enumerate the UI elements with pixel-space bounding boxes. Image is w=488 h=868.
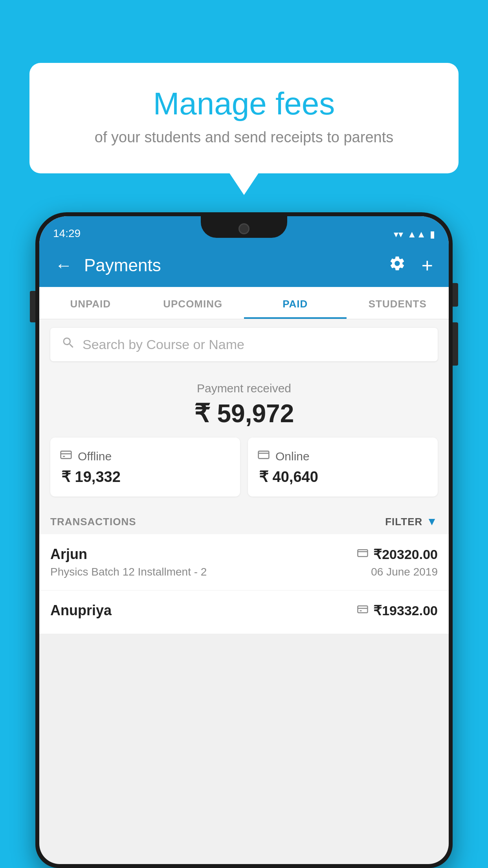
- status-time: 14:29: [53, 227, 81, 240]
- transactions-label: TRANSACTIONS: [50, 516, 136, 528]
- search-box[interactable]: Search by Course or Name: [50, 328, 438, 361]
- transaction-amount-wrap: ₹19332.00: [357, 603, 438, 618]
- transaction-name: Arjun: [50, 546, 87, 563]
- status-icons: ▾▾ ▲▲ ▮: [394, 229, 435, 240]
- transaction-row[interactable]: Anupriya ₹19332.00: [39, 590, 449, 634]
- online-card-header: Online: [257, 449, 428, 464]
- transaction-type-icon: [357, 547, 369, 562]
- offline-label: Offline: [78, 450, 112, 463]
- payment-summary: Payment received ₹ 59,972 Offline: [39, 370, 449, 506]
- filter-label: FILTER: [385, 516, 422, 528]
- transactions-header: TRANSACTIONS FILTER ▼: [39, 506, 449, 534]
- add-button[interactable]: +: [418, 250, 437, 281]
- svg-rect-5: [358, 550, 368, 557]
- search-container: Search by Course or Name: [39, 319, 449, 370]
- phone-volume-button-right: [453, 322, 458, 366]
- offline-icon: [60, 449, 72, 464]
- transaction-name: Anupriya: [50, 602, 112, 619]
- online-payment-card: Online ₹ 40,640: [248, 438, 438, 497]
- offline-card-header: Offline: [60, 449, 231, 464]
- transaction-bottom: Physics Batch 12 Installment - 2 06 June…: [50, 566, 438, 578]
- phone-screen: 14:29 ▾▾ ▲▲ ▮ ← Payments + UNPAID: [39, 216, 449, 864]
- svg-rect-0: [61, 451, 72, 459]
- svg-rect-7: [358, 606, 368, 613]
- transaction-amount-wrap: ₹20320.00: [357, 546, 438, 562]
- search-placeholder-text: Search by Course or Name: [83, 337, 244, 352]
- tab-paid[interactable]: PAID: [244, 287, 347, 319]
- app-header: ← Payments +: [39, 244, 449, 287]
- payment-cards: Offline ₹ 19,332 Online: [50, 438, 438, 497]
- tabs-bar: UNPAID UPCOMING PAID STUDENTS: [39, 287, 449, 319]
- online-icon: [257, 449, 270, 464]
- offline-payment-card: Offline ₹ 19,332: [50, 438, 240, 497]
- transaction-type-icon: [357, 603, 369, 618]
- transaction-top: Arjun ₹20320.00: [50, 546, 438, 563]
- signal-icon: ▲▲: [407, 229, 426, 240]
- payment-total-amount: ₹ 59,972: [50, 399, 438, 428]
- wifi-icon: ▾▾: [394, 229, 403, 240]
- transaction-amount: ₹19332.00: [373, 603, 438, 618]
- settings-button[interactable]: [385, 251, 410, 280]
- filter-button[interactable]: FILTER ▼: [385, 515, 438, 528]
- phone-volume-button: [30, 291, 35, 322]
- transaction-course: Physics Batch 12 Installment - 2: [50, 566, 207, 578]
- online-label: Online: [275, 450, 310, 463]
- online-amount: ₹ 40,640: [257, 468, 428, 485]
- payment-received-label: Payment received: [50, 382, 438, 395]
- battery-icon: ▮: [430, 229, 435, 240]
- phone-power-button: [453, 283, 458, 307]
- transaction-date: 06 June 2019: [371, 566, 438, 578]
- tab-upcoming[interactable]: UPCOMING: [142, 287, 244, 319]
- search-icon: [61, 336, 75, 353]
- page-title: Payments: [84, 256, 377, 275]
- svg-rect-3: [259, 451, 269, 459]
- phone-frame: 14:29 ▾▾ ▲▲ ▮ ← Payments + UNPAID: [35, 212, 453, 868]
- bubble-subtitle: of your students and send receipts to pa…: [61, 129, 427, 146]
- phone-notch: [201, 216, 287, 238]
- tab-unpaid[interactable]: UNPAID: [39, 287, 142, 319]
- tab-students[interactable]: STUDENTS: [347, 287, 449, 319]
- back-button[interactable]: ←: [51, 252, 76, 279]
- offline-amount: ₹ 19,332: [60, 468, 231, 485]
- speech-bubble: Manage fees of your students and send re…: [29, 63, 459, 173]
- transaction-row[interactable]: Arjun ₹20320.00 Physics Batch 12 Install…: [39, 534, 449, 590]
- filter-icon: ▼: [426, 515, 438, 528]
- bubble-title: Manage fees: [61, 86, 427, 121]
- transaction-amount: ₹20320.00: [373, 546, 438, 562]
- phone-camera: [238, 223, 250, 234]
- speech-bubble-container: Manage fees of your students and send re…: [29, 63, 459, 173]
- transaction-top: Anupriya ₹19332.00: [50, 602, 438, 619]
